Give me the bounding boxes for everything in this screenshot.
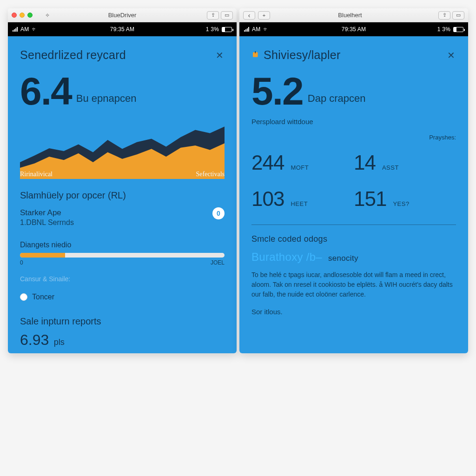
stat-item: 244MOFT — [251, 151, 354, 174]
hero-unit: Dap crapcen — [308, 93, 366, 105]
zoom-window-dot[interactable] — [27, 13, 33, 18]
bottom-unit: pls — [54, 337, 65, 347]
stat-value: 151 — [354, 187, 386, 211]
share-button-right[interactable]: ⇪ — [438, 11, 450, 20]
traffic-lights[interactable] — [12, 13, 45, 18]
stat-item: 103HEET — [251, 187, 354, 211]
stat-item: 14ASST — [354, 151, 456, 174]
stat-value: 103 — [251, 187, 284, 211]
cell-signal-icon — [13, 27, 18, 32]
radio-item-label: Toncer — [32, 293, 54, 301]
svg-rect-1 — [255, 51, 256, 53]
section-title: Slamhüely por opcer (RL) — [20, 190, 225, 201]
stat-item: 151YES? — [354, 187, 456, 211]
app-left: Senedrlized reycard ✕ 6.4 Bu epnapcen Ri… — [8, 36, 237, 353]
ios-statusbar-left: AM ᯤ 79:35 AM 1 3% — [8, 22, 237, 36]
radio-dot-icon[interactable] — [20, 293, 27, 301]
divider — [251, 225, 456, 225]
progress-label: Diangets niedio — [20, 241, 225, 249]
close-window-dot[interactable] — [12, 13, 17, 18]
flag-icon — [251, 51, 260, 60]
tabs-button[interactable]: ▭ — [221, 11, 233, 20]
window-title: BlueDriver — [53, 12, 192, 19]
progress-slider[interactable] — [20, 253, 225, 258]
section2-body: To be helé c tpags iucar, andlosesoble d… — [251, 270, 456, 299]
area-chart: Ririnalivical Sefectivals — [20, 123, 225, 178]
status-time: 79:35 AM — [300, 26, 408, 33]
stat-label: HEET — [291, 200, 308, 207]
stat-label: MOFT — [291, 164, 309, 171]
carrier-label: AM — [20, 26, 29, 33]
wifi-icon: ᯤ — [263, 26, 269, 33]
battery-icon — [222, 27, 232, 32]
close-icon[interactable]: ✕ — [214, 50, 225, 60]
stat-value: 14 — [354, 151, 376, 174]
bottom-value: 6.93 — [20, 331, 49, 348]
chart-right-label: Sefectivals — [196, 171, 225, 178]
radio-item[interactable]: Toncer — [20, 293, 225, 301]
progress-block: Diangets niedio 0 JOEL — [20, 241, 225, 266]
stat-label: ASST — [382, 164, 399, 171]
section2-subtitle-main: Burathoxy /b– — [251, 251, 322, 263]
app-right: Shiviesy/lapler ✕ 5.2 Dap crapcen Perspl… — [239, 36, 468, 353]
section-line1: Starker Ape — [20, 208, 74, 218]
subline: Persploard wittdoue — [251, 118, 456, 126]
window-titlebar-right: ‹ + Bluelhert ⇪ ▭ — [239, 8, 468, 22]
back-button[interactable]: ‹ — [243, 11, 255, 20]
stat-label: YES? — [393, 200, 409, 207]
ios-statusbar-right: AM ᯤ 79:35 AM 1 3% — [239, 22, 468, 36]
minimize-window-dot[interactable] — [20, 13, 25, 18]
runner-icon: ✧ — [45, 12, 50, 19]
card-title: Senedrlized reycard — [20, 48, 126, 62]
stat-value: 244 — [251, 151, 284, 174]
section-line2: 1.DBNL Serrnds — [20, 218, 74, 227]
window-title-right: Bluelhert — [277, 12, 423, 19]
carrier-label: AM — [252, 26, 260, 33]
tabs-button-right[interactable]: ▭ — [452, 11, 464, 20]
battery-icon — [453, 27, 463, 32]
new-tab-button[interactable]: + — [258, 11, 270, 20]
share-button[interactable]: ⇪ — [207, 11, 219, 20]
hero-unit: Bu epnapcen — [76, 93, 137, 105]
battery-percent: 1 3% — [206, 26, 219, 33]
status-time: 79:35 AM — [68, 26, 176, 33]
section2-subtitle: Burathoxy /b– senocity — [251, 251, 456, 264]
progress-max: JOEL — [211, 259, 225, 266]
stats-grid-label: Prayshes: — [251, 134, 456, 141]
left-device: ✧ BlueDriver ⇪ ▭ AM ᯤ 79:35 AM 1 3% Sene… — [8, 8, 237, 353]
hero-number: 5.2 — [251, 74, 303, 109]
section2-foot: Sor itlous. — [251, 308, 456, 316]
chart-left-label: Ririnalivical — [20, 171, 53, 178]
battery-percent: 1 3% — [437, 26, 450, 33]
section2-subtitle-tail: senocity — [328, 254, 358, 263]
section2-title: Smcle coded odogs — [251, 234, 456, 244]
progress-min: 0 — [20, 259, 23, 266]
bottom-title: Sale inpturn reports — [20, 316, 225, 327]
cell-signal-icon — [244, 27, 249, 32]
window-titlebar-left: ✧ BlueDriver ⇪ ▭ — [8, 8, 237, 22]
stats-grid: 244MOFT14ASST103HEET151YES? — [251, 151, 456, 211]
right-device: ‹ + Bluelhert ⇪ ▭ AM ᯤ 79:35 AM 1 3% — [239, 8, 468, 353]
hero-number: 6.4 — [20, 74, 72, 109]
wifi-icon: ᯤ — [32, 26, 37, 33]
radio-group-label: Cansur & Sinaile: — [20, 275, 225, 283]
counter-badge[interactable]: 0 — [212, 207, 225, 219]
card-title: Shiviesy/lapler — [264, 48, 341, 62]
close-icon[interactable]: ✕ — [446, 50, 456, 60]
